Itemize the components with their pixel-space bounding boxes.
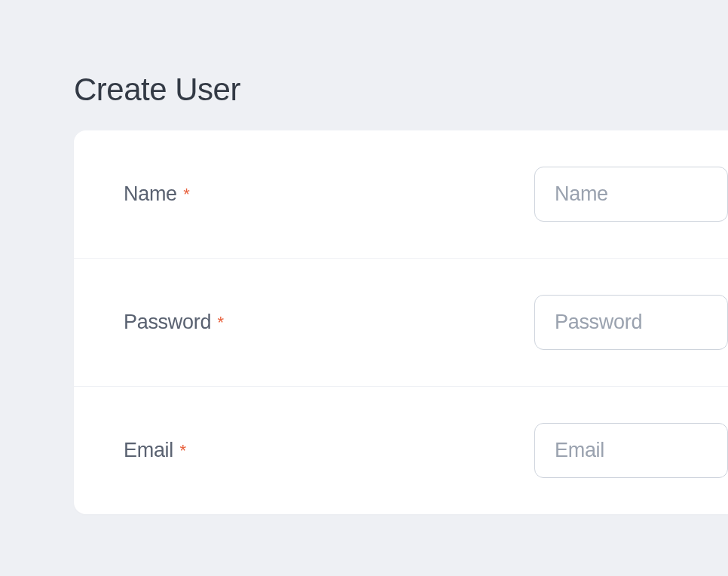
required-marker: * bbox=[183, 185, 190, 204]
name-input[interactable] bbox=[534, 167, 728, 222]
email-label: Email bbox=[124, 439, 173, 461]
name-input-wrapper bbox=[534, 167, 728, 222]
email-field-row: Email * bbox=[74, 387, 728, 514]
create-user-page: Create User Name * Password * Ema bbox=[0, 0, 728, 514]
password-label: Password bbox=[124, 311, 211, 333]
name-label: Name bbox=[124, 182, 177, 205]
email-input[interactable] bbox=[534, 423, 728, 478]
name-field-row: Name * bbox=[74, 130, 728, 259]
required-marker: * bbox=[218, 313, 225, 332]
email-input-wrapper bbox=[534, 423, 728, 478]
password-label-wrapper: Password * bbox=[124, 311, 534, 334]
required-marker: * bbox=[179, 441, 186, 460]
create-user-form: Name * Password * Email * bbox=[74, 130, 728, 514]
name-label-wrapper: Name * bbox=[124, 182, 534, 206]
page-title: Create User bbox=[74, 72, 728, 108]
password-input-wrapper bbox=[534, 295, 728, 350]
email-label-wrapper: Email * bbox=[124, 439, 534, 462]
password-field-row: Password * bbox=[74, 259, 728, 387]
password-input[interactable] bbox=[534, 295, 728, 350]
